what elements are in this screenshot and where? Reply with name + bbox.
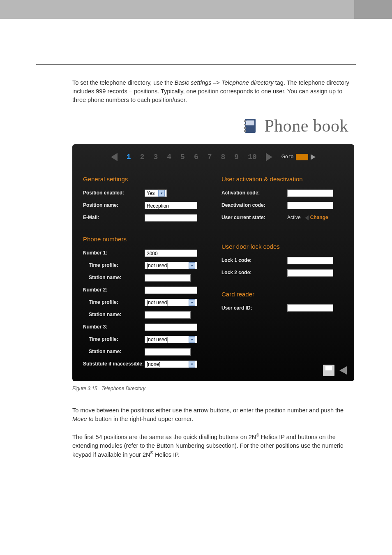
figure-number: Figure 3.15 [72,386,97,391]
chevron-down-icon: ▾ [158,190,165,197]
number1-timeprofile-label: Time profile: [89,262,145,269]
door-lock-heading: User door-lock codes [221,242,344,251]
pager-goto: Go to [281,153,316,160]
chevron-down-icon: ▾ [189,336,195,343]
svg-rect-5 [244,130,246,132]
email-input[interactable] [145,214,197,222]
pager-number-6[interactable]: 6 [194,152,198,162]
lock2-label: Lock 2 code: [221,269,287,276]
activation-code-input[interactable] [287,190,333,197]
user-state-value: Active [287,214,301,221]
lock1-input[interactable] [287,257,333,264]
position-enabled-label: Position enabled: [83,190,145,197]
svg-rect-1 [246,120,254,125]
pager-goto-button-icon[interactable] [311,154,316,160]
phone-book-icon [242,117,259,134]
pager-goto-input[interactable] [296,154,308,160]
pager-number-8[interactable]: 8 [221,152,226,162]
intro-em-1: Basic settings [175,79,211,86]
position-enabled-select[interactable]: Yes ▾ [145,190,167,197]
p3-a: The first 54 positions are the same as t… [72,434,256,440]
pager-number-1[interactable]: 1 [127,152,131,162]
figure-caption: Figure 3.15 Telephone Directory [72,385,354,392]
pager-goto-label: Go to [281,153,293,160]
left-column: General settings Position enabled: Yes ▾… [83,173,205,372]
number1-input[interactable]: 2000 [145,250,197,257]
pager-number-9[interactable]: 9 [234,152,239,162]
intro-mid: –> [211,79,221,86]
panel-bottom-icons [323,365,347,376]
position-name-input[interactable]: Reception [145,202,197,209]
number3-input[interactable] [145,324,197,331]
substitute-label: Substitute if inaccessible: [83,361,145,367]
intro-em-2: Telephone directory [221,79,274,86]
screenshot-title: Phone book [265,113,349,139]
pager-prev-icon[interactable] [111,153,118,161]
position-pager: 1 2 3 4 5 6 7 8 9 10 Go to [83,152,344,162]
triangle-left-icon [305,215,309,220]
pager-number-4[interactable]: 4 [167,152,171,162]
activation-code-label: Activation code: [221,190,287,197]
p3-c: Helios IP. [153,451,180,458]
email-label: E-Mail: [83,214,145,221]
number1-station-label: Station name: [89,274,145,281]
deactivation-code-input[interactable] [287,202,333,209]
svg-rect-2 [244,120,246,122]
paragraph-2: To move between the positions either use… [72,406,354,423]
position-enabled-value: Yes [147,190,155,197]
number3-label: Number 3: [83,324,145,331]
substitute-value: [none] [147,361,160,368]
p2-a: To move between the positions either use… [72,407,344,414]
p2-b: button in the right-hand upper corner. [94,416,194,422]
screenshot-figure: Phone book 1 2 3 4 5 6 7 8 9 10 [72,113,354,392]
pager-number-3[interactable]: 3 [153,152,158,162]
number1-timeprofile-value: [not used] [147,262,168,269]
svg-rect-4 [244,127,246,129]
lock2-input[interactable] [287,269,333,277]
phone-numbers-heading: Phone numbers [83,235,205,244]
user-activation-heading: User activation & deactivation [221,175,344,184]
intro-text-a: To set the telephone directory, use the [72,79,175,86]
number2-timeprofile-select[interactable]: [not used] ▾ [145,299,197,306]
number1-label: Number 1: [83,250,145,257]
p2-em: Move to [72,416,94,422]
back-arrow-icon[interactable] [339,366,347,375]
right-column: User activation & deactivation Activatio… [221,173,344,372]
card-id-label: User card ID: [221,305,287,312]
chevron-down-icon: ▾ [189,361,195,368]
chevron-down-icon: ▾ [189,299,195,306]
number2-timeprofile-value: [not used] [147,299,168,306]
pager-number-10[interactable]: 10 [248,152,257,162]
header-tab [354,0,392,19]
page-header-band [0,0,392,19]
registered-2: ® [150,451,153,455]
general-settings-heading: General settings [83,175,205,184]
number2-station-input[interactable] [145,311,191,319]
pager-number-2[interactable]: 2 [140,152,145,162]
position-name-label: Position name: [83,202,145,209]
number2-input[interactable] [145,287,197,294]
change-state-button[interactable]: Change [305,214,328,221]
config-panel: 1 2 3 4 5 6 7 8 9 10 Go to [72,144,354,381]
number1-timeprofile-select[interactable]: [not used] ▾ [145,262,197,269]
figure-title: Telephone Directory [101,386,145,391]
number1-station-input[interactable] [145,274,191,282]
number3-station-input[interactable] [145,348,191,356]
user-state-label: User current state: [221,214,287,221]
save-icon[interactable] [323,365,334,376]
intro-paragraph: To set the telephone directory, use the … [72,79,354,104]
number3-timeprofile-value: [not used] [147,336,168,343]
pager-next-icon[interactable] [266,153,272,161]
number2-timeprofile-label: Time profile: [89,299,145,306]
deactivation-code-label: Deactivation code: [221,202,287,209]
pager-number-5[interactable]: 5 [180,152,185,162]
chevron-down-icon: ▾ [189,262,195,269]
number3-station-label: Station name: [89,348,145,355]
card-id-input[interactable] [287,304,333,312]
number3-timeprofile-select[interactable]: [not used] ▾ [145,336,197,343]
card-reader-heading: Card reader [221,290,344,299]
number3-timeprofile-label: Time profile: [89,336,145,343]
pager-number-7[interactable]: 7 [208,152,212,162]
substitute-select[interactable]: [none] ▾ [145,361,197,368]
registered-1: ® [256,433,259,437]
